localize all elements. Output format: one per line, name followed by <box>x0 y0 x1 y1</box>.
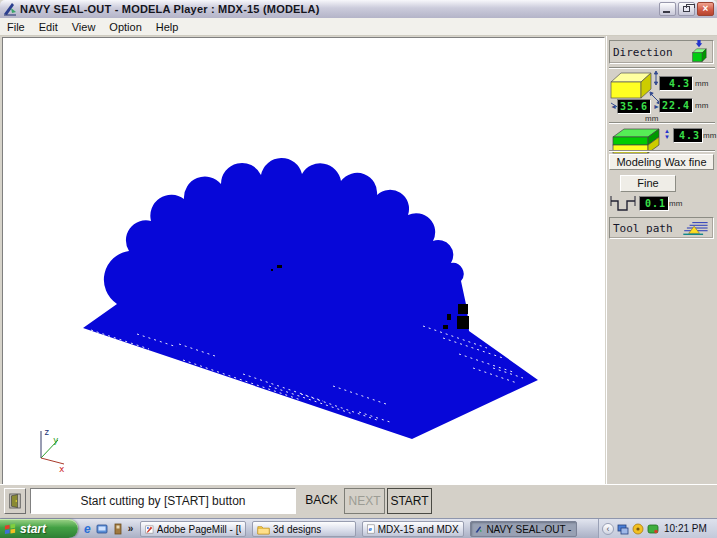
exit-button[interactable] <box>4 488 26 514</box>
window-title: NAVY SEAL-OUT - MODELA Player : MDX-15 (… <box>20 3 659 15</box>
system-tray: ‹ 10:21 PM <box>598 519 717 538</box>
unit-label: mm <box>669 199 682 208</box>
quick-launch: e » <box>84 519 133 538</box>
start-menu-button[interactable]: start <box>0 519 78 538</box>
cut-depth-spinner[interactable]: ▲ ▼ <box>664 128 670 140</box>
start-button[interactable]: START <box>387 488 432 514</box>
windows-logo-icon <box>4 522 17 535</box>
tray-volume-icon[interactable] <box>632 523 644 535</box>
toolpath-label: Tool path <box>613 222 673 235</box>
menu-edit[interactable]: Edit <box>32 19 65 35</box>
minimize-icon <box>663 11 670 13</box>
folder-icon <box>257 524 270 535</box>
width-arrow-left-icon: ◄ <box>610 103 617 110</box>
close-button[interactable]: × <box>697 2 714 16</box>
modela-icon <box>475 524 483 535</box>
taskbar-item-label: 3d designs <box>273 524 321 535</box>
menu-view[interactable]: View <box>65 19 103 35</box>
axis-y-label: y <box>53 435 59 445</box>
unit-label: mm <box>703 131 716 140</box>
show-desktop-icon[interactable] <box>96 523 108 535</box>
width-arrow-right-icon: ► <box>653 103 660 110</box>
direction-header: Direction <box>609 40 714 64</box>
menu-help[interactable]: Help <box>149 19 186 35</box>
media-player-icon[interactable] <box>113 523 123 535</box>
start-label: start <box>20 522 46 536</box>
taskbar-item-mdx-page[interactable]: e MDX-15 and MDX-20 ... <box>362 521 464 537</box>
menu-option[interactable]: Option <box>102 19 148 35</box>
cut-depth-lcd: 4.3 <box>673 128 703 143</box>
modela-app-icon <box>3 2 18 16</box>
taskbar-item-pagemill[interactable]: Adobe PageMill - [Unt... <box>140 521 246 537</box>
separator <box>609 122 715 124</box>
separator <box>609 67 715 69</box>
status-message: Start cutting by [START] button <box>30 488 296 514</box>
menu-bar: File Edit View Option Help <box>0 18 717 36</box>
workpiece-width-lcd: 35.6 <box>617 99 651 114</box>
taskbar-item-label: NAVY SEAL-OUT - MO... <box>486 524 572 535</box>
next-button: NEXT <box>344 488 385 514</box>
material-label: Modeling Wax fine <box>609 154 714 170</box>
quality-button[interactable]: Fine <box>620 175 676 192</box>
tray-collapse-chevron[interactable]: ‹ <box>602 523 614 535</box>
step-depth-icon <box>610 194 636 214</box>
door-icon <box>8 491 22 511</box>
minimize-button[interactable] <box>659 2 676 16</box>
axis-indicator: z y x <box>41 427 65 474</box>
screen: { "window": { "title": "NAVY SEAL-OUT - … <box>0 0 717 538</box>
unit-label: mm <box>695 101 708 110</box>
tray-messenger-icon[interactable] <box>647 523 659 535</box>
direction-cube-icon <box>688 40 710 64</box>
settings-panel: Direction 4.3 mm 22.4 mm ◄ 35.6 ► mm <box>606 36 717 484</box>
workpiece-depth-lcd: 22.4 <box>659 98 693 113</box>
restore-button[interactable] <box>678 2 695 16</box>
tray-display-icon[interactable] <box>617 523 629 535</box>
spin-down-icon: ▼ <box>664 134 670 140</box>
taskbar-item-label: Adobe PageMill - [Unt... <box>157 524 241 535</box>
ie-quicklaunch-icon[interactable]: e <box>84 523 91 535</box>
workpiece-height-lcd: 4.3 <box>659 76 693 91</box>
toolpath-header[interactable]: Tool path <box>609 217 714 239</box>
pagemill-icon <box>145 524 154 535</box>
taskbar-item-modela-active[interactable]: NAVY SEAL-OUT - MO... <box>470 521 577 537</box>
restore-icon <box>683 6 690 12</box>
back-button[interactable]: BACK <box>301 488 342 514</box>
toolpath-icon <box>680 219 710 237</box>
separator <box>609 150 715 152</box>
clock: 10:21 PM <box>664 523 707 534</box>
title-bar: NAVY SEAL-OUT - MODELA Player : MDX-15 (… <box>0 0 717 18</box>
direction-label: Direction <box>613 46 673 59</box>
model-3d-preview: z y x <box>3 38 604 484</box>
model-viewport[interactable]: z y x <box>2 37 605 485</box>
quicklaunch-overflow-chevron[interactable]: » <box>128 523 134 534</box>
menu-file[interactable]: File <box>0 19 32 35</box>
axis-x-label: x <box>59 464 65 474</box>
model-silhouette <box>83 158 538 439</box>
taskbar-item-3d-designs[interactable]: 3d designs <box>252 521 356 537</box>
axis-z-label: z <box>44 427 49 437</box>
control-bar: Start cutting by [START] button BACK NEX… <box>0 484 717 518</box>
taskbar-item-label: MDX-15 and MDX-20 ... <box>378 524 459 535</box>
taskbar: start e » Adobe PageMill - [Unt... 3d de… <box>0 518 717 538</box>
unit-label: mm <box>695 79 708 88</box>
step-depth-lcd: 0.1 <box>639 196 669 211</box>
ie-page-icon: e <box>367 523 375 535</box>
